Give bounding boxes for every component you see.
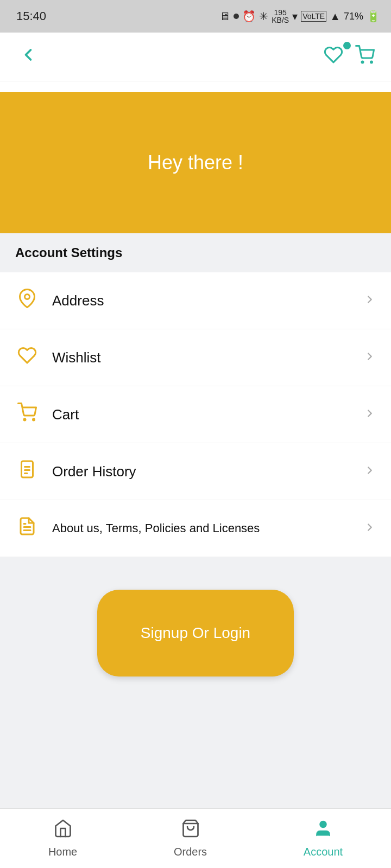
section-title: Account Settings (15, 245, 122, 260)
address-chevron (364, 292, 376, 309)
alarm-icon: ⏰ (242, 10, 256, 23)
order-history-chevron (364, 463, 376, 480)
menu-item-order-history[interactable]: Order History (0, 443, 391, 500)
volte-icon: VoLTE (301, 11, 326, 22)
about-icon (15, 516, 39, 540)
svg-point-12 (320, 821, 326, 828)
cart-button[interactable] (352, 42, 378, 72)
nav-item-home[interactable]: Home (37, 814, 88, 863)
wishlist-label: Wishlist (52, 349, 101, 366)
address-icon (15, 289, 39, 312)
yellow-banner: Hey there ! (0, 92, 391, 233)
content-spacer (0, 709, 391, 818)
data-speed: 195KB/S (272, 9, 289, 24)
menu-item-address[interactable]: Address (0, 272, 391, 329)
menu-item-wishlist[interactable]: Wishlist (0, 329, 391, 386)
address-label: Address (52, 292, 104, 309)
orders-icon (181, 819, 200, 843)
home-icon (53, 819, 73, 843)
status-time: 15:40 (16, 9, 46, 23)
top-nav (0, 33, 391, 81)
nav-item-account[interactable]: Account (293, 814, 354, 863)
status-bar: 15:40 🖥 ⏰ ✳ 195KB/S ▾ VoLTE ▲ 71% 🔋 (0, 0, 391, 33)
cart-label: Cart (52, 406, 79, 423)
battery-level: 71% (344, 11, 363, 22)
menu-item-about[interactable]: About us, Terms, Policies and Licenses (0, 500, 391, 557)
wishlist-button[interactable] (320, 42, 346, 72)
account-label: Account (304, 846, 343, 858)
greeting-text: Hey there ! (148, 151, 243, 174)
about-chevron (364, 520, 376, 537)
svg-point-4 (33, 419, 35, 420)
svg-point-3 (24, 419, 26, 420)
cart-menu-icon (15, 403, 39, 426)
about-label: About us, Terms, Policies and Licenses (52, 521, 260, 535)
svg-point-0 (362, 61, 363, 63)
wishlist-chevron (364, 349, 376, 366)
status-icons: 🖥 ⏰ ✳ 195KB/S ▾ VoLTE ▲ 71% 🔋 (219, 9, 380, 24)
account-icon (313, 819, 333, 843)
screen-icon: 🖥 (219, 10, 230, 23)
battery-icon: 🔋 (367, 10, 380, 23)
cart-chevron (364, 406, 376, 423)
nav-item-orders[interactable]: Orders (163, 814, 218, 863)
wishlist-menu-icon (15, 346, 39, 369)
svg-point-2 (25, 295, 30, 299)
signal-icon: ▲ (330, 10, 340, 23)
hero-banner: Hey there ! (0, 81, 391, 233)
account-settings-header: Account Settings (0, 233, 391, 272)
bottom-nav: Home Orders Account (0, 808, 391, 868)
signup-login-button[interactable]: Signup Or Login (97, 590, 294, 676)
menu-item-cart[interactable]: Cart (0, 386, 391, 443)
home-label: Home (48, 846, 77, 858)
menu-list: Address Wishlist (0, 272, 391, 557)
back-button[interactable] (13, 40, 43, 74)
order-history-icon (15, 459, 39, 483)
order-history-label: Order History (52, 463, 136, 480)
wifi-icon: ▾ (292, 10, 298, 23)
signup-section: Signup Or Login (0, 557, 391, 709)
orders-label: Orders (174, 846, 207, 858)
notification-dot (234, 14, 239, 19)
nav-right-icons (320, 42, 378, 72)
bluetooth-icon: ✳ (259, 10, 268, 23)
svg-point-1 (371, 61, 373, 63)
